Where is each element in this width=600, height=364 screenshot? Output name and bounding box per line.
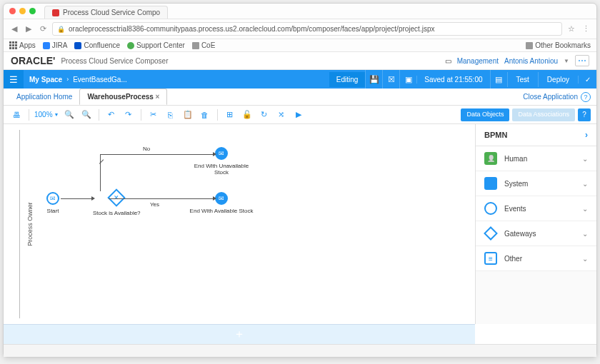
- events-icon: [484, 202, 497, 215]
- bookmark-coe[interactable]: CoE: [192, 41, 215, 49]
- oracle-logo: ORACLE': [11, 55, 55, 66]
- arrow-icon: [91, 196, 95, 201]
- chevron-down-icon: ▼: [564, 58, 569, 64]
- close-window-icon[interactable]: [9, 8, 16, 14]
- process-canvas[interactable]: Process Owner Start Stock is Available? …: [4, 124, 475, 324]
- end-avail-label: End With Available Stock: [189, 208, 254, 214]
- palette-item-human[interactable]: Human ⌄: [476, 146, 596, 171]
- chevron-down-icon: ⌄: [582, 180, 588, 188]
- print-button[interactable]: 🖶: [9, 108, 24, 121]
- tab-warehouse-process[interactable]: WarehouseProcess ×: [79, 89, 167, 105]
- data-associations-button[interactable]: Data Associations: [512, 108, 575, 121]
- exclusive-gateway-icon: [108, 188, 126, 206]
- bookmark-jira[interactable]: JIRA: [43, 41, 68, 49]
- refresh-button[interactable]: ↻: [257, 108, 271, 121]
- flow-gateway-up: [100, 154, 101, 191]
- cut-button[interactable]: ✂: [146, 108, 161, 121]
- star-button[interactable]: ☆: [566, 24, 576, 34]
- browser-tab[interactable]: Process Cloud Service Compo: [44, 6, 168, 19]
- management-link[interactable]: Management: [457, 57, 499, 65]
- palette-item-other[interactable]: Other ⌄: [476, 246, 596, 271]
- swimlane-divider: [19, 130, 20, 318]
- test-button[interactable]: Test: [507, 72, 538, 87]
- human-task-icon: [484, 152, 497, 165]
- window-controls[interactable]: [4, 4, 41, 19]
- undo-button[interactable]: ↶: [104, 108, 119, 121]
- saved-status: Saved at 21:55:00: [416, 76, 489, 84]
- bpmn-palette: BPMN › Human ⌄ System ⌄ Events ⌄: [475, 124, 596, 324]
- message-start-icon: [46, 192, 59, 205]
- bookmark-support[interactable]: Support Center: [127, 41, 185, 49]
- palette-item-events[interactable]: Events ⌄: [476, 196, 596, 221]
- zoom-out-button[interactable]: 🔍: [79, 108, 94, 121]
- discard-button[interactable]: ☒: [382, 70, 399, 89]
- arrow-icon: [213, 196, 216, 201]
- close-tab-icon[interactable]: ×: [156, 93, 160, 101]
- product-title: Process Cloud Service Composer: [61, 57, 168, 65]
- chevron-right-icon: ›: [585, 130, 588, 140]
- data-objects-button[interactable]: Data Objects: [461, 108, 509, 121]
- grid-button[interactable]: ⊞: [223, 108, 237, 121]
- snapshot-button[interactable]: ▤: [490, 70, 507, 89]
- apps-grid-icon: [9, 41, 17, 49]
- flow-no-branch: [100, 154, 214, 155]
- other-icon: [484, 252, 497, 265]
- overflow-menu-button[interactable]: ⋯: [575, 55, 589, 66]
- play-button[interactable]: ▶: [291, 108, 306, 121]
- folder-icon: [192, 42, 199, 49]
- management-icon: ▭: [445, 57, 451, 65]
- start-event-node[interactable]: Start: [46, 192, 59, 214]
- apps-shortcut[interactable]: Apps: [9, 41, 36, 49]
- bookmark-confluence[interactable]: Confluence: [74, 41, 120, 49]
- chevron-down-icon: ⌄: [582, 205, 588, 213]
- palette-item-gateways[interactable]: Gateways ⌄: [476, 221, 596, 246]
- tab-application-home[interactable]: Application Home: [9, 89, 79, 104]
- shuffle-button[interactable]: ⤨: [274, 108, 289, 121]
- palette-item-system[interactable]: System ⌄: [476, 171, 596, 196]
- confluence-icon: [74, 42, 81, 49]
- lock-button[interactable]: 🔓: [240, 108, 254, 121]
- reload-button[interactable]: ⟳: [38, 24, 48, 34]
- gateway-label: Stock is Available?: [93, 210, 141, 216]
- delete-button[interactable]: 🗑: [198, 108, 212, 121]
- breadcrumb-root[interactable]: My Space: [29, 76, 62, 84]
- menu-button[interactable]: ⋮: [581, 24, 591, 34]
- end-available-node[interactable]: End With Available Stock: [189, 192, 254, 214]
- other-bookmarks[interactable]: Other Bookmarks: [526, 41, 591, 49]
- paste-button[interactable]: 📋: [181, 108, 195, 121]
- address-bar[interactable]: 🔒 oracleprocessctrial8386-communitypaas.…: [52, 22, 562, 36]
- minimize-window-icon[interactable]: [19, 8, 26, 14]
- maximize-window-icon[interactable]: [29, 8, 36, 14]
- save-button[interactable]: 💾: [365, 70, 382, 89]
- palette-header[interactable]: BPMN ›: [476, 124, 596, 146]
- close-application-link[interactable]: Close Application: [523, 93, 578, 101]
- breadcrumb-item[interactable]: EventBasedGa...: [73, 76, 127, 84]
- zoom-dropdown[interactable]: 100% ▼: [34, 111, 59, 118]
- chevron-down-icon: ⌄: [582, 255, 588, 263]
- help-button[interactable]: ?: [581, 92, 591, 102]
- chevron-right-icon: ›: [66, 76, 69, 83]
- forward-button[interactable]: ▶: [24, 24, 34, 34]
- publish-button[interactable]: ▣: [399, 70, 416, 89]
- chevron-down-icon: ▼: [54, 112, 59, 117]
- end-unavailable-node[interactable]: End With Unavailable Stock: [189, 147, 254, 176]
- message-end-icon: [215, 147, 228, 160]
- tab-favicon-icon: [52, 9, 59, 16]
- url-text: oracleprocessctrial8386-communitypaas.pr…: [69, 25, 434, 33]
- flow-start-to-gateway: [61, 198, 93, 199]
- validate-button[interactable]: ✓: [578, 76, 596, 84]
- user-menu[interactable]: Antonis Antoniou: [504, 57, 558, 65]
- arrow-icon: [213, 152, 216, 156]
- swimlane-label: Process Owner: [26, 202, 34, 246]
- copy-button[interactable]: ⎘: [164, 108, 178, 121]
- toolbar-help-button[interactable]: ?: [578, 108, 591, 121]
- message-end-icon: [215, 192, 228, 205]
- deploy-button[interactable]: Deploy: [538, 72, 578, 87]
- hamburger-button[interactable]: ☰: [4, 70, 24, 89]
- back-button[interactable]: ◀: [9, 24, 19, 34]
- add-lane-button[interactable]: ＋: [4, 324, 475, 344]
- redo-button[interactable]: ↷: [121, 108, 136, 121]
- zoom-in-button[interactable]: 🔍: [62, 108, 76, 121]
- gateway-node[interactable]: Stock is Available?: [93, 191, 141, 216]
- chevron-down-icon: ⌄: [582, 155, 588, 163]
